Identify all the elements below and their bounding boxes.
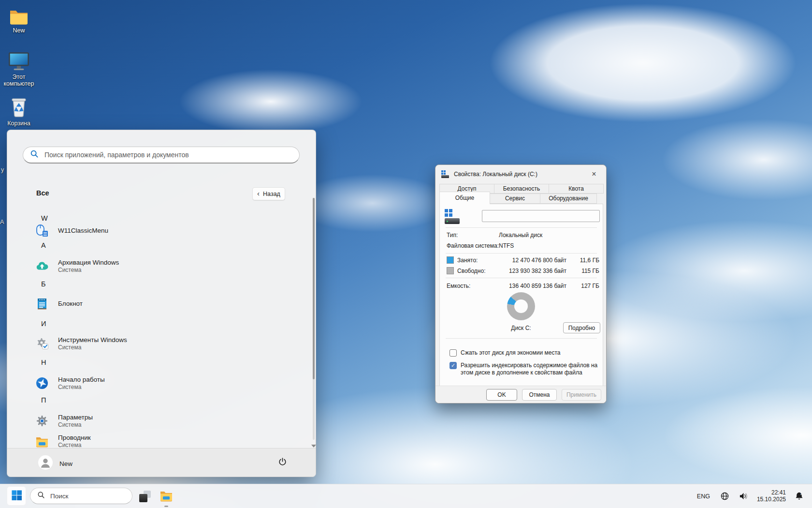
back-button-label: Назад xyxy=(263,191,280,197)
letter-header-p[interactable]: П xyxy=(41,396,46,404)
desktop-icon-recycle-bin[interactable]: Корзина xyxy=(0,96,38,127)
filesystem-label: Файловая система: xyxy=(447,242,499,249)
letter-header-b[interactable]: Б xyxy=(41,280,46,288)
disk-c-label: Диск C: xyxy=(493,325,550,331)
clipped-desktop-label: А xyxy=(0,219,4,225)
filesystem-value: NTFS xyxy=(499,242,514,249)
speaker-icon[interactable] xyxy=(738,491,750,502)
app-item-get-started[interactable]: Начало работы Система xyxy=(35,372,287,394)
tools-icon xyxy=(35,337,49,350)
explorer-folder-icon xyxy=(160,490,173,504)
taskbar-search-box[interactable] xyxy=(30,488,132,504)
general-tab-page: Тип: Локальный диск Файловая система: NT… xyxy=(439,204,603,387)
search-icon xyxy=(30,149,39,160)
apply-button[interactable]: Применить xyxy=(562,389,601,401)
divider xyxy=(446,338,597,339)
compress-drive-checkbox[interactable]: Сжать этот диск для экономии места xyxy=(450,349,596,357)
letter-header-i[interactable]: И xyxy=(41,320,46,328)
letter-header-n[interactable]: Н xyxy=(41,359,46,366)
ok-button[interactable]: OK xyxy=(486,389,517,401)
volume-label-input[interactable] xyxy=(482,210,600,222)
capacity-row: Емкость: 136 400 859 136 байт 127 ГБ xyxy=(447,282,599,290)
tab-hardware[interactable]: Оборудование xyxy=(540,194,597,204)
disk-properties-dialog: Свойства: Локальный диск (C:) Доступ Без… xyxy=(435,164,607,403)
letter-header-a[interactable]: А xyxy=(41,241,46,249)
app-subtitle: Система xyxy=(58,384,105,391)
type-row: Тип: Локальный диск xyxy=(447,232,458,239)
app-item-windows-backup[interactable]: Архивация Windows Система xyxy=(35,255,287,277)
tab-general[interactable]: Общие xyxy=(439,192,490,204)
app-item-windows-tools[interactable]: Инструменты Windows Система xyxy=(35,332,287,355)
desktop-icon-label: New xyxy=(0,27,38,34)
tab-row-front: Общие Сервис Оборудование xyxy=(439,194,603,204)
dialog-titlebar[interactable]: Свойства: Локальный диск (C:) xyxy=(435,165,606,183)
mouse-icon xyxy=(35,224,49,238)
tab-quota[interactable]: Квота xyxy=(549,184,604,194)
capacity-size: 127 ГБ xyxy=(569,283,599,289)
filesystem-row: Файловая система: NTFS xyxy=(447,242,499,249)
settings-gear-icon xyxy=(35,414,49,428)
desktop: New Этот компьютер xyxy=(0,0,812,508)
tab-security[interactable]: Безопасность xyxy=(494,184,549,194)
dialog-footer: OK Отмена Применить xyxy=(435,386,606,403)
get-started-icon xyxy=(35,376,49,390)
app-item-notepad[interactable]: Блокнот xyxy=(35,293,287,315)
disk-usage-donut-chart xyxy=(507,292,535,320)
type-label: Тип: xyxy=(447,232,458,239)
desktop-icon-new-folder[interactable]: New xyxy=(0,3,38,34)
power-button[interactable] xyxy=(274,454,290,471)
scrollbar-thumb[interactable] xyxy=(313,198,315,379)
start-search-box[interactable] xyxy=(23,147,300,164)
user-avatar-icon xyxy=(38,455,53,472)
close-icon[interactable] xyxy=(588,168,600,180)
free-label: Свободно: xyxy=(457,268,486,274)
details-button[interactable]: Подробно xyxy=(563,322,600,333)
clipped-desktop-label: у xyxy=(1,166,4,173)
back-button[interactable]: Назад xyxy=(252,187,285,200)
start-button[interactable] xyxy=(7,486,26,506)
app-name: Начало работы xyxy=(58,376,105,384)
desktop-icon-label: Этот компьютер xyxy=(0,74,38,87)
explorer-folder-icon xyxy=(35,434,49,448)
system-tray: ENG 22:41 15.10.2025 xyxy=(695,484,805,508)
notification-bell-icon[interactable]: z xyxy=(793,490,805,502)
clock[interactable]: 22:41 15.10.2025 xyxy=(757,490,786,503)
windows-logo-icon xyxy=(11,490,22,503)
allow-indexing-checkbox[interactable]: Разрешить индексировать содержимое файло… xyxy=(450,362,600,376)
free-bytes: 123 930 382 336 байт xyxy=(489,268,566,274)
user-account-button[interactable]: New xyxy=(38,455,72,472)
type-value: Локальный диск xyxy=(499,232,542,239)
scrollbar-down-arrow-icon[interactable] xyxy=(311,445,316,448)
divider xyxy=(446,278,597,278)
capacity-label: Емкость: xyxy=(447,283,470,289)
taskbar-search-input[interactable] xyxy=(49,492,119,500)
recycle-bin-icon xyxy=(0,96,38,118)
tray-time: 22:41 xyxy=(757,490,786,496)
folder-icon xyxy=(0,3,38,25)
app-item-settings[interactable]: Параметры Система xyxy=(35,410,287,432)
drive-icon xyxy=(441,170,450,178)
cancel-button[interactable]: Отмена xyxy=(522,389,557,401)
notepad-icon xyxy=(35,297,49,311)
language-indicator[interactable]: ENG xyxy=(695,491,712,502)
desktop-icon-this-pc[interactable]: Этот компьютер xyxy=(0,49,38,87)
user-name-label: New xyxy=(59,460,72,467)
taskbar-app-file-explorer[interactable] xyxy=(158,488,174,505)
used-bytes: 12 470 476 800 байт xyxy=(489,257,566,264)
running-app-indicator xyxy=(164,506,168,507)
network-globe-icon[interactable] xyxy=(719,491,730,502)
start-search-input[interactable] xyxy=(44,150,292,159)
svg-text:z: z xyxy=(800,492,802,496)
taskbar-app-classicmenu[interactable] xyxy=(137,488,153,505)
used-color-swatch xyxy=(447,256,454,264)
capacity-bytes: 136 400 859 136 байт xyxy=(489,283,566,289)
app-subtitle: Система xyxy=(58,344,127,351)
app-subtitle: Система xyxy=(58,421,93,429)
taskbar: ENG 22:41 15.10.2025 xyxy=(0,484,812,508)
app-item-w11classicmenu[interactable]: W11ClassicMenu xyxy=(35,220,287,242)
used-size: 11,6 ГБ xyxy=(569,257,599,264)
start-menu-footer: New xyxy=(7,448,316,477)
tab-tools[interactable]: Сервис xyxy=(490,194,540,204)
checkbox-checked-icon xyxy=(450,362,457,369)
checkbox-unchecked-icon xyxy=(450,349,457,357)
